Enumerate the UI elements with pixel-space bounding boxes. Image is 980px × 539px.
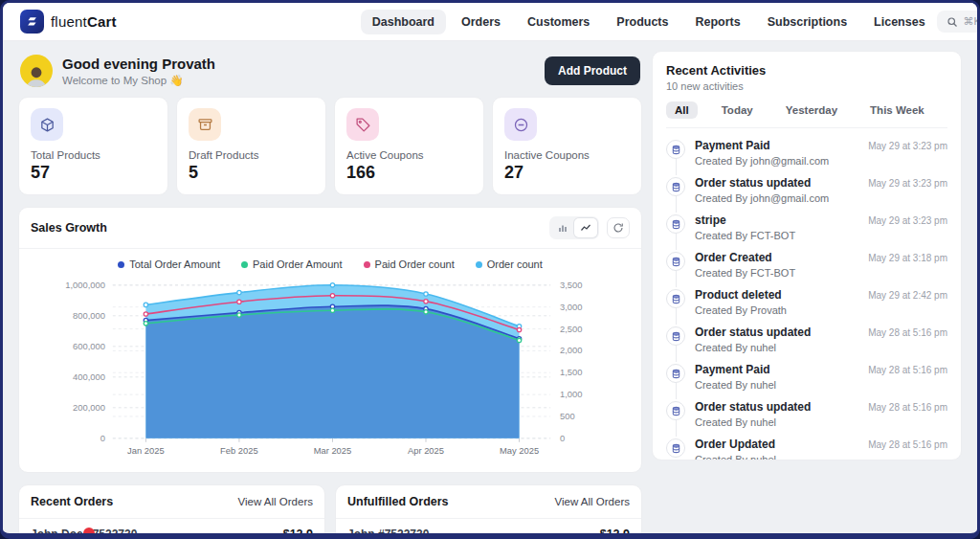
activity-item[interactable]: Order status updatedMay 28 at 5:16 pmCre… [666,395,947,433]
activity-author: Created By FCT-BOT [695,230,947,241]
activity-title: Payment Paid [695,139,770,152]
recent-activities-panel: Recent Activities 10 new activities AllT… [652,51,962,460]
stat-value: 166 [346,163,472,183]
activity-timestamp: May 28 at 5:16 pm [868,402,947,413]
activity-title: Order Updated [695,438,775,451]
stat-value: 27 [504,163,630,183]
activity-coins-icon [666,364,685,383]
nav-item-dashboard[interactable]: Dashboard [361,10,446,34]
view-all-orders-link[interactable]: View All Orders [238,496,313,507]
activity-title: stripe [695,213,726,227]
svg-text:400,000: 400,000 [73,372,105,382]
nav-item-customers[interactable]: Customers [516,10,601,34]
bar-chart-icon[interactable] [551,218,574,237]
svg-text:0: 0 [560,434,565,443]
add-product-button[interactable]: Add Product [545,56,640,85]
stat-card-draft-products[interactable]: Draft Products5 [176,97,326,195]
svg-text:1,500: 1,500 [560,368,582,377]
activity-author: Created By FCT-BOT [695,267,947,279]
sales-growth-card: Sales Growth [18,207,642,473]
legend-item-0[interactable]: Total Order Amount [118,258,220,270]
activity-title: Order status updated [695,326,811,339]
activity-item[interactable]: Order status updatedMay 28 at 5:16 pmCre… [666,321,947,358]
activity-item[interactable]: stripeMay 29 at 3:23 pmCreated By FCT-BO… [666,209,947,246]
activity-coins-icon [666,401,685,420]
app-window: fluentCart DashboardOrdersCustomersProdu… [0,0,980,539]
activity-author: Created By nuhel [695,454,947,460]
view-all-orders-link[interactable]: View All Orders [555,496,630,507]
legend-item-1[interactable]: Paid Order Amount [241,258,343,270]
package-icon [31,108,63,141]
activity-item[interactable]: Payment PaidMay 29 at 3:23 pmCreated By … [666,134,947,171]
activity-item[interactable]: Payment PaidMay 28 at 5:16 pmCreated By … [666,358,947,395]
activities-tab-this-week[interactable]: This Week [861,101,933,119]
activity-coins-icon [666,140,685,159]
tag-icon [346,108,379,141]
greeting-subtitle: Welcome to My Shop 👋 [62,74,215,87]
brand-logo[interactable]: fluentCart [20,10,117,34]
avatar[interactable] [20,55,53,87]
svg-text:May 2025: May 2025 [500,446,539,456]
brand-name: fluentCart [51,13,117,30]
activity-title: Payment Paid [695,363,770,376]
line-chart-icon[interactable] [574,218,597,237]
activities-title: Recent Activities [666,63,947,78]
activity-timestamp: May 29 at 3:18 pm [868,253,947,263]
activity-timestamp: May 28 at 5:16 pm [868,365,947,375]
svg-text:Apr 2025: Apr 2025 [408,446,444,456]
activity-item[interactable]: Order UpdatedMay 28 at 5:16 pmCreated By… [666,433,947,460]
orders-section-title: Recent Orders [31,495,113,508]
activities-subtitle: 10 new activities [666,80,947,92]
fluentcart-logo-icon [20,10,44,34]
activity-coins-icon [666,177,685,196]
nav-item-products[interactable]: Products [605,10,679,34]
activity-coins-icon [666,438,685,458]
activity-title: Product deleted [695,288,782,302]
stat-label: Inactive Coupons [504,149,630,161]
activity-item[interactable]: Order CreatedMay 29 at 3:18 pmCreated By… [666,246,947,283]
order-amount: $12.9 [597,528,630,539]
chart-legend: Total Order AmountPaid Order AmountPaid … [19,249,641,272]
activities-tab-all[interactable]: All [666,101,698,119]
nav-item-licenses[interactable]: Licenses [862,10,937,34]
stat-value: 5 [189,163,314,183]
stat-card-inactive-coupons[interactable]: Inactive Coupons27 [492,97,642,195]
header-actions: ⌘K [937,11,980,33]
sales-chart[interactable]: 0200,000400,000600,000800,0001,000,00005… [19,272,641,472]
circle-minus-icon [504,108,537,141]
nav-item-subscriptions[interactable]: Subscriptions [756,10,858,34]
activity-author: Created By john@gmail.com [695,192,947,204]
legend-item-3[interactable]: Order count [476,258,543,270]
recent-orders-card: Recent OrdersView All OrdersJohn Doe #75… [18,484,325,539]
activity-title: Order status updated [695,400,811,414]
svg-text:3,500: 3,500 [560,281,582,290]
activity-item[interactable]: Product deletedMay 29 at 2:42 pmCreated … [666,283,947,321]
stat-card-total-products[interactable]: Total Products57 [18,97,168,195]
top-nav-bar: fluentCart DashboardOrdersCustomersProdu… [3,3,977,41]
nav-item-orders[interactable]: Orders [450,10,512,34]
recording-cursor-dot [83,528,95,539]
activities-list: Payment PaidMay 29 at 3:23 pmCreated By … [666,134,947,460]
activity-item[interactable]: Order status updatedMay 29 at 3:23 pmCre… [666,171,947,209]
activities-tab-today[interactable]: Today [713,101,762,119]
activity-coins-icon [666,214,685,234]
legend-dot [364,261,370,268]
activity-author: Created By nuhel [695,379,947,391]
order-row[interactable]: John #7522730May 29 at 3:18 pm$12.91 Ite… [336,519,641,539]
greeting-title: Good evening Provath [62,56,215,72]
svg-text:3,000: 3,000 [560,303,582,312]
stat-label: Active Coupons [346,149,472,161]
stat-card-active-coupons[interactable]: Active Coupons166 [334,97,484,195]
activities-tab-yesterday[interactable]: Yesterday [777,101,846,119]
greeting-row: Good evening Provath Welcome to My Shop … [18,51,642,97]
order-row[interactable]: John Doe #7522730May 29 at 3:18 pm$12.91… [19,519,324,539]
stat-label: Draft Products [189,149,314,161]
activity-title: Order Created [695,251,772,264]
nav-item-reports[interactable]: Reports [684,10,752,34]
svg-text:500: 500 [560,412,575,421]
refresh-icon[interactable] [607,217,630,238]
chart-type-toggle [549,216,599,239]
activity-author: Created By nuhel [695,342,947,353]
legend-item-2[interactable]: Paid Order count [364,258,455,270]
search-button[interactable]: ⌘K [937,11,980,33]
